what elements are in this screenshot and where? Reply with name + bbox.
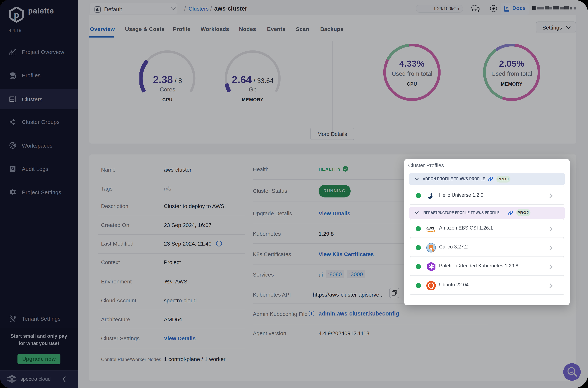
svg-text:aws: aws (426, 225, 434, 230)
